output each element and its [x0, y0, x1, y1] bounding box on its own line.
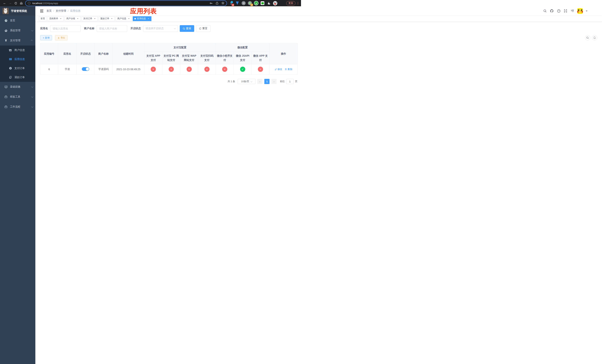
close-icon[interactable]: × — [128, 17, 130, 20]
extension-yudao-icon[interactable]: y — [254, 1, 258, 5]
tags-view-bar: 首页× 流程表单× 用户分组× 支付订单× 退款订单× 商户信息× 应用信息× — [35, 16, 301, 22]
cell-created: 2021-10-23 08:49:25 — [113, 64, 144, 75]
tab-app-info[interactable]: 应用信息× — [133, 16, 151, 21]
chrome-menu-icon[interactable]: ⋮ — [297, 1, 299, 5]
group-header-alipay: 支付宝配置 — [144, 43, 216, 52]
url-bar[interactable]: i localhost:1024/pay/app — [26, 1, 226, 6]
breadcrumb-current: 应用信息 — [70, 9, 81, 13]
gear-icon — [4, 29, 8, 32]
url-text: localhost:1024/pay/app — [32, 2, 210, 5]
reload-icon[interactable] — [13, 0, 19, 6]
page-number-button[interactable]: 1 — [264, 79, 269, 84]
page-size-select[interactable]: 10条/页 — [238, 79, 256, 84]
top-navbar: 首页 / 支付管理 / 应用信息 应用列表 ? TT — [35, 6, 301, 16]
payment-submenu: 商户信息 应用信息 支付订单 退款订单 — [0, 45, 35, 82]
cell-operations: 修改 删除 — [269, 64, 298, 75]
merchant-name-input[interactable] — [97, 25, 127, 32]
extension-command-icon[interactable]: ⌘ — [241, 1, 246, 5]
extension-grid-icon[interactable]: 10 — [229, 1, 233, 5]
status-label: 开启状态 — [130, 27, 141, 30]
tab-refund-orders[interactable]: 退款订单× — [99, 16, 115, 21]
col-header-alipay-qr: 支付宝扫码支付 — [198, 52, 216, 64]
status-select[interactable]: 请选择开启状态 — [143, 25, 178, 32]
edit-pen-icon — [275, 68, 277, 70]
extensions-strip: 10 ⌘ 1 y — [229, 1, 285, 5]
monitor-chart-icon — [4, 85, 8, 88]
tab-pay-orders[interactable]: 支付订单× — [82, 16, 98, 21]
cell-wechat-mini: × — [216, 64, 234, 75]
breadcrumb-payment[interactable]: 支付管理 — [56, 9, 66, 13]
tab-process-form[interactable]: 流程表单× — [48, 16, 64, 21]
col-header-alipay-wap: 支付宝 WAP 网站支付 — [180, 52, 198, 64]
sidebar-item-refund-orders[interactable]: 退款订单 — [0, 73, 35, 82]
browser-profile-avatar[interactable] — [273, 1, 277, 5]
sidebar-item-dev-tools[interactable]: 研发工具 — [0, 92, 35, 102]
close-icon[interactable]: × — [76, 17, 79, 20]
close-icon[interactable]: × — [147, 17, 150, 20]
chevron-down-icon — [174, 27, 176, 29]
app-logo[interactable]: 芋道管理系统 — [0, 6, 35, 16]
sidebar-collapse-icon[interactable] — [38, 8, 45, 14]
extensions-puzzle-icon[interactable] — [267, 1, 271, 5]
cell-status — [77, 64, 95, 75]
extension-chat-icon[interactable] — [260, 1, 265, 5]
tab-home[interactable]: 首页× — [39, 16, 47, 21]
site-info-icon[interactable]: i — [28, 2, 31, 5]
total-count: 共 1 条 — [228, 80, 235, 83]
page-content: 应用名 商户名称 开启状态 请选择开启状态 搜索 重置 — [35, 22, 301, 84]
sidebar: 芋道管理系统 首页 系统管理 ¥ 支付管理 商户 — [0, 6, 35, 182]
reset-button[interactable]: 重置 — [196, 25, 210, 32]
main-area: 首页 / 支付管理 / 应用信息 应用列表 ? TT — [35, 6, 301, 182]
share-icon[interactable] — [216, 2, 218, 5]
edit-link[interactable]: 修改 — [275, 68, 282, 71]
password-key-icon[interactable] — [210, 2, 213, 5]
bookmark-star-icon[interactable] — [221, 2, 224, 5]
sidebar-item-payment[interactable]: ¥ 支付管理 — [0, 36, 35, 45]
sidebar-item-system[interactable]: 系统管理 — [0, 26, 35, 36]
sidebar-item-home[interactable]: 首页 — [0, 16, 35, 26]
close-icon[interactable]: × — [59, 17, 62, 20]
close-icon[interactable]: × — [110, 17, 113, 20]
cell-alipay-wap: × — [180, 64, 198, 75]
next-page-button[interactable]: › — [271, 79, 277, 84]
back-icon[interactable]: ← — [2, 0, 7, 6]
sidebar-item-pay-orders[interactable]: 支付订单 — [0, 64, 35, 73]
toolbox-icon — [4, 95, 8, 98]
chevron-down-icon — [31, 29, 33, 31]
forward-icon[interactable]: → — [7, 0, 13, 6]
extension-kite-icon[interactable] — [235, 1, 239, 5]
delete-link[interactable]: 删除 — [285, 68, 292, 71]
goto-page-input[interactable] — [286, 79, 294, 84]
yen-icon: ¥ — [4, 39, 8, 43]
extension-badge: 1 — [250, 4, 253, 6]
status-cross-icon: × — [258, 67, 263, 72]
group-header-wechat: 微信配置 — [216, 43, 269, 52]
tab-merchant-info[interactable]: 商户信息× — [116, 16, 132, 21]
tab-user-group[interactable]: 用户分组× — [64, 16, 81, 21]
extension-profile-icon[interactable]: 1 — [248, 1, 252, 5]
browser-chrome: ← → i localhost:1024/pay/app 10 ⌘ 1 y — [0, 0, 301, 6]
export-button[interactable]: 导出 — [55, 35, 68, 40]
sidebar-item-infrastructure[interactable]: 基础设施 — [0, 82, 35, 92]
search-button[interactable]: 搜索 — [180, 25, 194, 32]
briefcase-icon — [4, 105, 8, 108]
app-name-input[interactable] — [50, 25, 81, 32]
chevron-down-icon — [31, 106, 33, 107]
sidebar-item-app-info[interactable]: 应用信息 — [0, 55, 35, 64]
app-name-label: 应用名 — [40, 27, 48, 30]
home-icon[interactable] — [19, 0, 24, 6]
breadcrumb-home[interactable]: 首页 — [46, 9, 52, 13]
chevron-down-icon — [31, 96, 33, 97]
documents-icon — [8, 76, 13, 79]
cell-alipay-app: × — [144, 64, 162, 75]
goto-suffix: 页 — [295, 80, 298, 83]
col-header-status: 开启状态 — [77, 43, 95, 64]
yen-circle-icon — [8, 67, 13, 70]
prev-page-button[interactable]: ‹ — [257, 79, 262, 84]
chrome-update-button[interactable]: 更新 — [286, 1, 295, 5]
sidebar-item-workflow[interactable]: 工作流程 — [0, 102, 35, 112]
close-icon[interactable]: × — [94, 17, 96, 20]
sidebar-item-merchant-info[interactable]: 商户信息 — [0, 45, 35, 55]
add-button[interactable]: + 新增 — [40, 35, 52, 40]
status-toggle[interactable] — [82, 67, 89, 71]
